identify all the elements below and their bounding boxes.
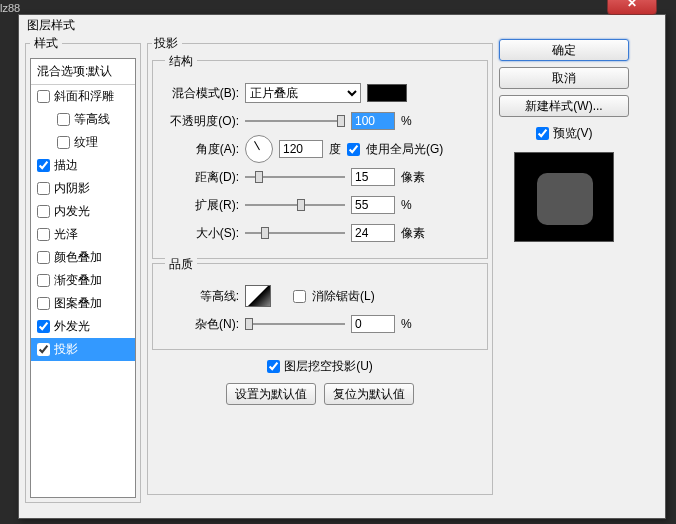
effect-panel: 投影 结构 混合模式(B): 正片叠底 不透明度(O): xyxy=(147,35,493,495)
backdrop-text: lz88 xyxy=(0,2,20,14)
style-checkbox[interactable] xyxy=(37,228,50,241)
style-checkbox[interactable] xyxy=(37,343,50,356)
style-item-0[interactable]: 斜面和浮雕 xyxy=(31,85,135,108)
style-item-label: 投影 xyxy=(54,341,78,358)
style-item-label: 等高线 xyxy=(74,111,110,128)
angle-dial[interactable] xyxy=(245,135,273,163)
style-item-3[interactable]: 描边 xyxy=(31,154,135,177)
style-checkbox[interactable] xyxy=(37,182,50,195)
style-item-label: 内发光 xyxy=(54,203,90,220)
styles-legend: 样式 xyxy=(30,35,62,52)
ok-button[interactable]: 确定 xyxy=(499,39,629,61)
structure-legend: 结构 xyxy=(165,53,197,70)
style-item-label: 渐变叠加 xyxy=(54,272,102,289)
noise-input[interactable]: 0 xyxy=(351,315,395,333)
style-item-label: 图案叠加 xyxy=(54,295,102,312)
reset-default-button[interactable]: 复位为默认值 xyxy=(324,383,414,405)
panel-title: 投影 xyxy=(152,35,182,52)
styles-frame: 样式 混合选项:默认 斜面和浮雕等高线纹理描边内阴影内发光光泽颜色叠加渐变叠加图… xyxy=(25,35,141,503)
style-checkbox[interactable] xyxy=(57,136,70,149)
style-checkbox[interactable] xyxy=(37,90,50,103)
style-item-2[interactable]: 纹理 xyxy=(31,131,135,154)
contour-picker[interactable] xyxy=(245,285,271,307)
new-style-button[interactable]: 新建样式(W)... xyxy=(499,95,629,117)
noise-slider[interactable] xyxy=(245,315,345,333)
spread-unit: % xyxy=(401,198,412,212)
angle-unit: 度 xyxy=(329,141,341,158)
size-input[interactable]: 24 xyxy=(351,224,395,242)
structure-group: 结构 混合模式(B): 正片叠底 不透明度(O): 100 xyxy=(152,60,488,259)
preview-thumbnail xyxy=(514,152,614,242)
style-item-11[interactable]: 投影 xyxy=(31,338,135,361)
preview-checkbox[interactable] xyxy=(536,127,549,140)
dialog-title: 图层样式 xyxy=(27,17,75,34)
opacity-unit: % xyxy=(401,114,412,128)
quality-group: 品质 等高线: 消除锯齿(L) 杂色(N): 0 xyxy=(152,263,488,350)
size-label: 大小(S): xyxy=(163,225,239,242)
blend-mode-select[interactable]: 正片叠底 xyxy=(245,83,361,103)
antialias-label: 消除锯齿(L) xyxy=(312,288,375,305)
style-checkbox[interactable] xyxy=(37,274,50,287)
angle-input[interactable]: 120 xyxy=(279,140,323,158)
knockout-label: 图层挖空投影(U) xyxy=(284,358,373,375)
distance-input[interactable]: 15 xyxy=(351,168,395,186)
quality-legend: 品质 xyxy=(165,256,197,273)
style-checkbox[interactable] xyxy=(37,159,50,172)
style-item-label: 斜面和浮雕 xyxy=(54,88,114,105)
style-checkbox[interactable] xyxy=(37,205,50,218)
opacity-input[interactable]: 100 xyxy=(351,112,395,130)
style-item-9[interactable]: 图案叠加 xyxy=(31,292,135,315)
blend-options-default[interactable]: 混合选项:默认 xyxy=(31,59,135,85)
spread-input[interactable]: 55 xyxy=(351,196,395,214)
shadow-color-swatch[interactable] xyxy=(367,84,407,102)
knockout-checkbox[interactable] xyxy=(267,360,280,373)
spread-label: 扩展(R): xyxy=(163,197,239,214)
distance-label: 距离(D): xyxy=(163,169,239,186)
noise-unit: % xyxy=(401,317,412,331)
style-item-6[interactable]: 光泽 xyxy=(31,223,135,246)
spread-slider[interactable] xyxy=(245,196,345,214)
style-item-label: 描边 xyxy=(54,157,78,174)
global-light-checkbox[interactable] xyxy=(347,143,360,156)
noise-label: 杂色(N): xyxy=(163,316,239,333)
size-slider[interactable] xyxy=(245,224,345,242)
cancel-button[interactable]: 取消 xyxy=(499,67,629,89)
global-light-label: 使用全局光(G) xyxy=(366,141,443,158)
style-item-8[interactable]: 渐变叠加 xyxy=(31,269,135,292)
opacity-label: 不透明度(O): xyxy=(163,113,239,130)
close-icon[interactable]: ✕ xyxy=(607,0,657,15)
style-checkbox[interactable] xyxy=(37,251,50,264)
contour-label: 等高线: xyxy=(163,288,239,305)
style-item-4[interactable]: 内阴影 xyxy=(31,177,135,200)
antialias-checkbox[interactable] xyxy=(293,290,306,303)
style-item-label: 光泽 xyxy=(54,226,78,243)
styles-list: 混合选项:默认 斜面和浮雕等高线纹理描边内阴影内发光光泽颜色叠加渐变叠加图案叠加… xyxy=(30,58,136,498)
style-checkbox[interactable] xyxy=(57,113,70,126)
style-item-7[interactable]: 颜色叠加 xyxy=(31,246,135,269)
distance-slider[interactable] xyxy=(245,168,345,186)
style-item-5[interactable]: 内发光 xyxy=(31,200,135,223)
opacity-slider[interactable] xyxy=(245,112,345,130)
style-item-10[interactable]: 外发光 xyxy=(31,315,135,338)
style-item-label: 纹理 xyxy=(74,134,98,151)
preview-label: 预览(V) xyxy=(553,125,593,142)
style-item-label: 外发光 xyxy=(54,318,90,335)
style-item-1[interactable]: 等高线 xyxy=(31,108,135,131)
angle-label: 角度(A): xyxy=(163,141,239,158)
style-checkbox[interactable] xyxy=(37,297,50,310)
style-checkbox[interactable] xyxy=(37,320,50,333)
distance-unit: 像素 xyxy=(401,169,425,186)
style-item-label: 颜色叠加 xyxy=(54,249,102,266)
make-default-button[interactable]: 设置为默认值 xyxy=(226,383,316,405)
size-unit: 像素 xyxy=(401,225,425,242)
blend-mode-label: 混合模式(B): xyxy=(163,85,239,102)
style-item-label: 内阴影 xyxy=(54,180,90,197)
layer-style-dialog: ✕ 图层样式 样式 混合选项:默认 斜面和浮雕等高线纹理描边内阴影内发光光泽颜色… xyxy=(18,14,666,519)
